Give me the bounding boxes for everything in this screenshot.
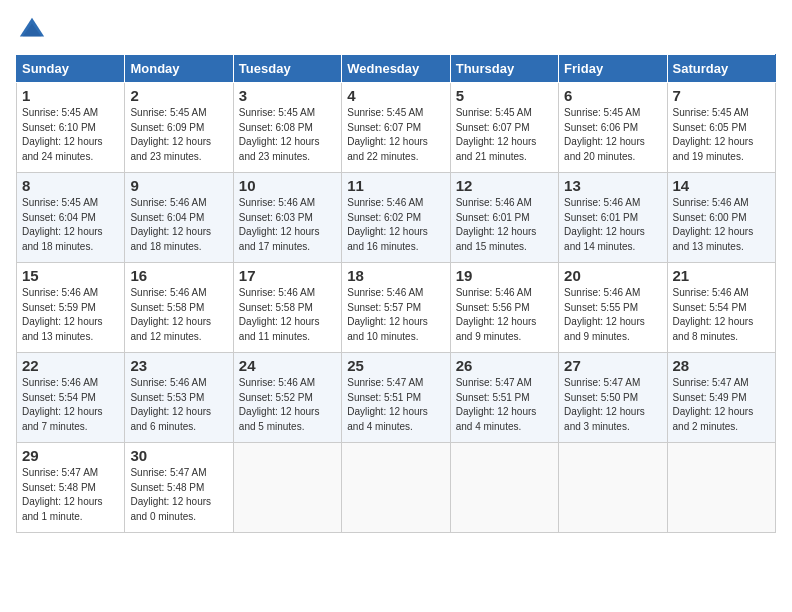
empty-cell <box>233 443 341 533</box>
day-number: 24 <box>239 357 336 374</box>
day-info: Sunrise: 5:47 AMSunset: 5:49 PMDaylight:… <box>673 376 770 434</box>
day-number: 26 <box>456 357 553 374</box>
day-cell-6: 6Sunrise: 5:45 AMSunset: 6:06 PMDaylight… <box>559 83 667 173</box>
weekday-header-row: SundayMondayTuesdayWednesdayThursdayFrid… <box>17 55 776 83</box>
day-cell-18: 18Sunrise: 5:46 AMSunset: 5:57 PMDayligh… <box>342 263 450 353</box>
day-info: Sunrise: 5:46 AMSunset: 5:59 PMDaylight:… <box>22 286 119 344</box>
day-info: Sunrise: 5:46 AMSunset: 5:54 PMDaylight:… <box>673 286 770 344</box>
day-info: Sunrise: 5:46 AMSunset: 5:55 PMDaylight:… <box>564 286 661 344</box>
day-info: Sunrise: 5:45 AMSunset: 6:05 PMDaylight:… <box>673 106 770 164</box>
calendar-week-0: 1Sunrise: 5:45 AMSunset: 6:10 PMDaylight… <box>17 83 776 173</box>
weekday-saturday: Saturday <box>667 55 775 83</box>
day-number: 25 <box>347 357 444 374</box>
empty-cell <box>342 443 450 533</box>
day-info: Sunrise: 5:46 AMSunset: 5:58 PMDaylight:… <box>239 286 336 344</box>
calendar-table: SundayMondayTuesdayWednesdayThursdayFrid… <box>16 54 776 533</box>
day-number: 20 <box>564 267 661 284</box>
day-cell-23: 23Sunrise: 5:46 AMSunset: 5:53 PMDayligh… <box>125 353 233 443</box>
day-info: Sunrise: 5:46 AMSunset: 6:00 PMDaylight:… <box>673 196 770 254</box>
day-number: 27 <box>564 357 661 374</box>
day-info: Sunrise: 5:46 AMSunset: 5:54 PMDaylight:… <box>22 376 119 434</box>
day-number: 21 <box>673 267 770 284</box>
day-info: Sunrise: 5:46 AMSunset: 5:57 PMDaylight:… <box>347 286 444 344</box>
day-number: 12 <box>456 177 553 194</box>
day-info: Sunrise: 5:47 AMSunset: 5:48 PMDaylight:… <box>22 466 119 524</box>
day-cell-21: 21Sunrise: 5:46 AMSunset: 5:54 PMDayligh… <box>667 263 775 353</box>
day-cell-1: 1Sunrise: 5:45 AMSunset: 6:10 PMDaylight… <box>17 83 125 173</box>
calendar-week-1: 8Sunrise: 5:45 AMSunset: 6:04 PMDaylight… <box>17 173 776 263</box>
day-info: Sunrise: 5:47 AMSunset: 5:48 PMDaylight:… <box>130 466 227 524</box>
day-number: 23 <box>130 357 227 374</box>
calendar-week-2: 15Sunrise: 5:46 AMSunset: 5:59 PMDayligh… <box>17 263 776 353</box>
day-info: Sunrise: 5:46 AMSunset: 5:58 PMDaylight:… <box>130 286 227 344</box>
day-cell-11: 11Sunrise: 5:46 AMSunset: 6:02 PMDayligh… <box>342 173 450 263</box>
empty-cell <box>450 443 558 533</box>
day-cell-5: 5Sunrise: 5:45 AMSunset: 6:07 PMDaylight… <box>450 83 558 173</box>
day-number: 18 <box>347 267 444 284</box>
day-number: 15 <box>22 267 119 284</box>
page-header <box>16 16 776 44</box>
day-cell-19: 19Sunrise: 5:46 AMSunset: 5:56 PMDayligh… <box>450 263 558 353</box>
day-cell-13: 13Sunrise: 5:46 AMSunset: 6:01 PMDayligh… <box>559 173 667 263</box>
day-info: Sunrise: 5:45 AMSunset: 6:08 PMDaylight:… <box>239 106 336 164</box>
weekday-monday: Monday <box>125 55 233 83</box>
day-info: Sunrise: 5:47 AMSunset: 5:50 PMDaylight:… <box>564 376 661 434</box>
day-cell-15: 15Sunrise: 5:46 AMSunset: 5:59 PMDayligh… <box>17 263 125 353</box>
day-info: Sunrise: 5:45 AMSunset: 6:07 PMDaylight:… <box>456 106 553 164</box>
day-cell-7: 7Sunrise: 5:45 AMSunset: 6:05 PMDaylight… <box>667 83 775 173</box>
day-cell-12: 12Sunrise: 5:46 AMSunset: 6:01 PMDayligh… <box>450 173 558 263</box>
day-cell-10: 10Sunrise: 5:46 AMSunset: 6:03 PMDayligh… <box>233 173 341 263</box>
day-info: Sunrise: 5:46 AMSunset: 5:56 PMDaylight:… <box>456 286 553 344</box>
day-number: 5 <box>456 87 553 104</box>
day-number: 16 <box>130 267 227 284</box>
day-number: 22 <box>22 357 119 374</box>
day-cell-27: 27Sunrise: 5:47 AMSunset: 5:50 PMDayligh… <box>559 353 667 443</box>
weekday-wednesday: Wednesday <box>342 55 450 83</box>
day-cell-26: 26Sunrise: 5:47 AMSunset: 5:51 PMDayligh… <box>450 353 558 443</box>
day-number: 10 <box>239 177 336 194</box>
empty-cell <box>667 443 775 533</box>
day-info: Sunrise: 5:45 AMSunset: 6:04 PMDaylight:… <box>22 196 119 254</box>
day-info: Sunrise: 5:45 AMSunset: 6:10 PMDaylight:… <box>22 106 119 164</box>
day-info: Sunrise: 5:46 AMSunset: 5:53 PMDaylight:… <box>130 376 227 434</box>
day-cell-30: 30Sunrise: 5:47 AMSunset: 5:48 PMDayligh… <box>125 443 233 533</box>
calendar-body: 1Sunrise: 5:45 AMSunset: 6:10 PMDaylight… <box>17 83 776 533</box>
day-info: Sunrise: 5:46 AMSunset: 6:01 PMDaylight:… <box>456 196 553 254</box>
day-info: Sunrise: 5:45 AMSunset: 6:06 PMDaylight:… <box>564 106 661 164</box>
day-cell-16: 16Sunrise: 5:46 AMSunset: 5:58 PMDayligh… <box>125 263 233 353</box>
day-info: Sunrise: 5:46 AMSunset: 6:03 PMDaylight:… <box>239 196 336 254</box>
calendar-week-3: 22Sunrise: 5:46 AMSunset: 5:54 PMDayligh… <box>17 353 776 443</box>
day-info: Sunrise: 5:45 AMSunset: 6:09 PMDaylight:… <box>130 106 227 164</box>
day-cell-3: 3Sunrise: 5:45 AMSunset: 6:08 PMDaylight… <box>233 83 341 173</box>
weekday-tuesday: Tuesday <box>233 55 341 83</box>
day-number: 30 <box>130 447 227 464</box>
day-info: Sunrise: 5:46 AMSunset: 6:02 PMDaylight:… <box>347 196 444 254</box>
day-cell-28: 28Sunrise: 5:47 AMSunset: 5:49 PMDayligh… <box>667 353 775 443</box>
weekday-thursday: Thursday <box>450 55 558 83</box>
day-number: 17 <box>239 267 336 284</box>
day-info: Sunrise: 5:47 AMSunset: 5:51 PMDaylight:… <box>347 376 444 434</box>
day-number: 6 <box>564 87 661 104</box>
logo <box>16 16 46 44</box>
day-number: 19 <box>456 267 553 284</box>
day-info: Sunrise: 5:46 AMSunset: 5:52 PMDaylight:… <box>239 376 336 434</box>
day-number: 13 <box>564 177 661 194</box>
day-info: Sunrise: 5:46 AMSunset: 6:04 PMDaylight:… <box>130 196 227 254</box>
day-cell-24: 24Sunrise: 5:46 AMSunset: 5:52 PMDayligh… <box>233 353 341 443</box>
day-number: 11 <box>347 177 444 194</box>
day-cell-25: 25Sunrise: 5:47 AMSunset: 5:51 PMDayligh… <box>342 353 450 443</box>
day-number: 9 <box>130 177 227 194</box>
day-cell-29: 29Sunrise: 5:47 AMSunset: 5:48 PMDayligh… <box>17 443 125 533</box>
day-number: 8 <box>22 177 119 194</box>
day-number: 29 <box>22 447 119 464</box>
day-cell-9: 9Sunrise: 5:46 AMSunset: 6:04 PMDaylight… <box>125 173 233 263</box>
day-cell-20: 20Sunrise: 5:46 AMSunset: 5:55 PMDayligh… <box>559 263 667 353</box>
day-number: 4 <box>347 87 444 104</box>
day-cell-14: 14Sunrise: 5:46 AMSunset: 6:00 PMDayligh… <box>667 173 775 263</box>
day-number: 3 <box>239 87 336 104</box>
weekday-friday: Friday <box>559 55 667 83</box>
logo-icon <box>18 16 46 44</box>
calendar-week-4: 29Sunrise: 5:47 AMSunset: 5:48 PMDayligh… <box>17 443 776 533</box>
empty-cell <box>559 443 667 533</box>
day-number: 14 <box>673 177 770 194</box>
